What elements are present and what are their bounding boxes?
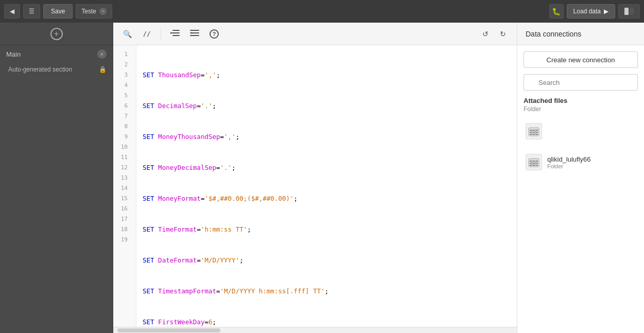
main-layout: + Main × Auto-generated section 🔒 🔍 //	[0, 23, 644, 333]
svg-rect-14	[532, 130, 533, 135]
editor-area: 🔍 //	[113, 23, 517, 333]
active-tab[interactable]: Teste +	[76, 4, 112, 19]
search-input[interactable]	[524, 74, 638, 91]
svg-rect-21	[535, 161, 536, 166]
attached-files-subtitle: Folder	[524, 106, 638, 113]
redo-button[interactable]: ↻	[495, 27, 511, 41]
help-icon: ?	[210, 29, 219, 39]
svg-rect-13	[530, 134, 538, 135]
outdent-icon	[190, 29, 199, 38]
toolbar-divider	[161, 29, 161, 39]
svg-rect-1	[630, 8, 634, 15]
view-icon	[624, 8, 634, 15]
code-line: SET DecimalSep='.';	[143, 101, 511, 111]
undo-icon: ↺	[482, 30, 489, 38]
code-line: SET MoneyThousandSep=',';	[143, 132, 511, 142]
connection-item-qlikid[interactable]: qlikid_lulufly66 Folder	[524, 150, 638, 174]
list-icon: ☰	[29, 8, 34, 15]
tab-close-btn[interactable]: +	[99, 8, 107, 15]
comment-tool-button[interactable]: //	[139, 27, 154, 41]
debug-button[interactable]: 🐛	[549, 4, 564, 19]
indent-icon	[170, 29, 180, 38]
svg-rect-4	[172, 35, 180, 36]
undo-button[interactable]: ↺	[478, 27, 493, 41]
view-toggle-button[interactable]	[618, 4, 640, 19]
right-panel-header: Data connections	[517, 23, 644, 45]
comment-icon: //	[143, 30, 150, 38]
indent-tool-button[interactable]	[167, 27, 183, 41]
editor-toolbar: 🔍 //	[113, 23, 517, 45]
search-wrapper: 🔍	[524, 74, 638, 91]
sidebar-section-main: Main ×	[0, 45, 113, 63]
code-line: SET FirstWeekDay=6;	[143, 317, 511, 327]
svg-rect-0	[624, 8, 629, 15]
code-lines[interactable]: SET ThousandSep=','; SET DecimalSep='.';…	[136, 45, 517, 327]
code-line: SET MoneyFormat='$#,##0.00;($#,##0.00)';	[143, 194, 511, 204]
attached-files-title: Attached files	[524, 97, 638, 104]
attached-files-section: Attached files Folder	[524, 97, 638, 113]
code-line: SET DateFormat='M/D/YYYY';	[143, 255, 511, 266]
code-line: SET ThousandSep=',';	[143, 70, 511, 80]
tab-label: Teste	[81, 8, 96, 15]
connection-table-icon	[526, 154, 542, 170]
list-button[interactable]: ☰	[23, 4, 40, 19]
lock-icon: 🔒	[99, 66, 107, 73]
sidebar-item-auto-generated[interactable]: Auto-generated section 🔒	[0, 63, 113, 76]
horizontal-scrollbar[interactable]	[113, 327, 517, 333]
top-toolbar: ◀ ☰ Save Teste + 🐛 Load data ▶	[0, 0, 644, 23]
svg-marker-9	[190, 32, 192, 34]
code-line: SET TimeFormat='h:mm:ss TT';	[143, 224, 511, 235]
add-icon: +	[50, 28, 63, 40]
connection-name: qlikid_lulufly66	[547, 155, 591, 163]
folder-table-icon	[526, 123, 542, 139]
plus-icon: +	[101, 9, 104, 14]
sidebar-close-button[interactable]: ×	[97, 49, 107, 59]
bug-icon: 🐛	[552, 7, 561, 15]
code-line: SET TimestampFormat='M/D/YYYY h:mm:ss[.f…	[143, 286, 511, 296]
help-tool-button[interactable]: ?	[206, 27, 222, 41]
play-icon: ▶	[604, 8, 608, 15]
sidebar-section-title: Main	[6, 50, 21, 58]
connection-type: Folder	[547, 163, 591, 169]
line-numbers: 12345 678910 1112131415 16171819	[113, 45, 136, 327]
back-icon: ◀	[10, 8, 14, 15]
svg-rect-20	[532, 161, 533, 166]
svg-marker-5	[170, 32, 172, 34]
svg-rect-12	[530, 132, 538, 133]
svg-rect-11	[530, 130, 538, 131]
search-tool-button[interactable]: 🔍	[119, 27, 135, 41]
create-connection-button[interactable]: Create new connection	[524, 51, 638, 68]
code-line: SET MoneyDecimalSep='.';	[143, 163, 511, 173]
load-data-button[interactable]: Load data ▶	[567, 4, 615, 19]
outdent-tool-button[interactable]	[187, 27, 202, 41]
svg-rect-8	[190, 35, 199, 36]
left-sidebar: + Main × Auto-generated section 🔒	[0, 23, 113, 333]
svg-rect-15	[535, 130, 536, 135]
svg-rect-19	[530, 165, 538, 166]
svg-rect-2	[172, 30, 180, 31]
undo-redo-group: ↺ ↻	[478, 27, 511, 41]
right-panel: Data connections Create new connection 🔍…	[517, 23, 644, 333]
back-button[interactable]: ◀	[4, 4, 20, 19]
redo-icon: ↻	[500, 30, 506, 38]
svg-rect-6	[190, 30, 199, 31]
right-panel-title: Data connections	[526, 30, 581, 38]
connection-info: qlikid_lulufly66 Folder	[547, 155, 591, 169]
load-data-label: Load data	[573, 8, 601, 15]
svg-rect-18	[530, 163, 538, 164]
add-section-button[interactable]: +	[0, 23, 113, 45]
sidebar-item-label: Auto-generated section	[8, 66, 72, 73]
save-button[interactable]: Save	[43, 4, 73, 19]
right-panel-content: Create new connection 🔍 Attached files F…	[517, 45, 644, 333]
search-tool-icon: 🔍	[123, 30, 132, 38]
code-editor[interactable]: 12345 678910 1112131415 16171819 SET Tho…	[113, 45, 517, 327]
svg-rect-17	[530, 161, 538, 162]
attached-files-icon-item[interactable]	[524, 119, 638, 144]
